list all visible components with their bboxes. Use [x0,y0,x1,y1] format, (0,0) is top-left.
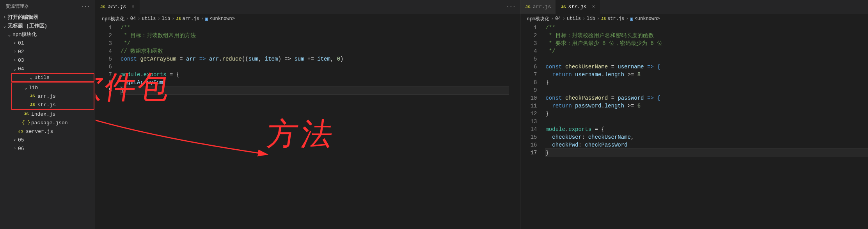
section-label: 打开的编辑器 [8,14,38,21]
explorer-sidebar: 资源管理器 ··· › 打开的编辑器 ⌄ 无标题 (工作区) ⌄ npm模块化 … [0,0,96,229]
editor-tabs: JS arr.js JS str.js × [520,0,868,14]
folder-label: 06 [18,146,24,152]
tab-arr-js[interactable]: JS arr.js [520,0,556,14]
tab-label: arr.js [108,4,126,10]
folder-label: 05 [18,137,24,143]
crumb[interactable]: arr.js [182,16,199,21]
more-actions-icon[interactable]: ··· [502,4,520,10]
crumb[interactable]: utils [142,16,156,21]
js-file-icon: JS [29,94,36,98]
file-label: package.json [31,120,68,126]
js-file-icon: JS [29,102,36,107]
crumb[interactable]: lib [587,16,595,21]
file-label: index.js [31,111,55,117]
tab-arr-js[interactable]: JS arr.js × [96,0,140,14]
chevron-right-icon: › [597,16,600,21]
chevron-right-icon: › [2,15,8,20]
code-lines[interactable]: /** * 目标：封装数组常用的方法 */ // 数组求和函数 const ge… [119,24,509,229]
js-file-icon: JS [17,129,24,134]
chevron-right-icon: › [201,16,204,21]
folder-utils[interactable]: ⌄ utils [11,73,94,82]
line-gutter: 1234567891011121314151617 [520,24,544,229]
workspace-section[interactable]: ⌄ 无标题 (工作区) [0,21,95,30]
chevron-right-icon: › [12,58,18,63]
more-actions-icon[interactable]: ··· [81,4,90,9]
file-arr-js[interactable]: JS arr.js [12,92,94,100]
chevron-right-icon: › [12,49,18,54]
section-label: 无标题 (工作区) [8,22,47,29]
json-file-icon: { } [23,120,30,125]
file-label: server.js [26,129,53,134]
folder-root[interactable]: ⌄ npm模块化 [0,30,95,39]
chevron-right-icon: › [12,41,18,45]
folder-lib[interactable]: ⌄ lib [12,83,94,92]
crumb[interactable]: 04 [130,16,136,21]
code-editor[interactable]: 123456789 /** * 目标：封装数组常用的方法 */ // 数组求和函… [96,24,520,229]
chevron-right-icon: › [551,16,554,21]
chevron-right-icon: › [12,138,18,142]
js-file-icon: JS [176,17,181,21]
file-package-json[interactable]: { } package.json [0,118,95,127]
chevron-down-icon: ⌄ [12,66,18,72]
folder-label: 03 [18,57,24,63]
folder-label: utils [34,75,50,81]
js-file-icon: JS [561,5,566,9]
folder-label: npm模块化 [12,31,37,38]
chevron-down-icon: ⌄ [6,32,12,37]
cube-icon: ▣ [205,16,208,22]
js-file-icon: JS [100,5,105,9]
js-file-icon: JS [525,5,530,9]
js-file-icon: JS [601,17,606,21]
close-icon[interactable]: × [131,4,135,10]
folder-05[interactable]: › 05 [0,136,95,144]
folder-label: lib [29,85,38,91]
file-server-js[interactable]: JS server.js [0,127,95,136]
crumb[interactable]: npm模块化 [527,16,549,22]
folder-label: 01 [18,40,24,46]
code-lines[interactable]: /** * 目标：封装校验用户名和密码长度的函数 * 要求：用户名最少 8 位，… [544,24,868,229]
breadcrumb[interactable]: npm模块化› 04› utils› lib› JS arr.js› ▣ <un… [96,14,520,24]
explorer-title: 资源管理器 [5,3,29,10]
crumb[interactable]: 04 [555,16,561,21]
chevron-right-icon: › [563,16,565,21]
crumb[interactable]: npm模块化 [102,16,124,22]
chevron-right-icon: › [582,16,585,21]
chevron-right-icon: › [126,16,129,21]
folder-01[interactable]: › 01 [0,39,95,47]
folder-04[interactable]: ⌄ 04 [0,64,95,73]
chevron-down-icon: ⌄ [23,85,29,90]
crumb[interactable]: <unknown> [209,16,235,21]
file-label: arr.js [37,93,56,99]
chevron-down-icon: ⌄ [28,75,34,80]
close-icon[interactable]: × [592,4,595,10]
minimap[interactable] [509,24,520,229]
open-editors-section[interactable]: › 打开的编辑器 [0,13,95,21]
cube-icon: ▣ [630,16,633,22]
crumb[interactable]: utils [567,16,581,21]
folder-06[interactable]: › 06 [0,144,95,153]
editor-tabs: JS arr.js × ··· [96,0,520,14]
folder-03[interactable]: › 03 [0,56,95,64]
folder-label: 02 [18,49,24,55]
breadcrumb[interactable]: npm模块化› 04› utils› lib› JS str.js› ▣ <un… [520,14,868,24]
chevron-right-icon: › [12,146,18,151]
tab-label: str.js [568,4,587,10]
file-index-js[interactable]: JS index.js [0,110,95,118]
crumb[interactable]: lib [162,16,170,21]
editor-group-2: JS arr.js JS str.js × npm模块化› 04› utils›… [520,0,868,229]
line-gutter: 123456789 [96,24,119,229]
crumb[interactable]: str.js [607,16,624,21]
crumb[interactable]: <unknown> [635,16,660,21]
folder-02[interactable]: › 02 [0,47,95,56]
chevron-right-icon: › [626,16,628,21]
code-editor[interactable]: 1234567891011121314151617 /** * 目标：封装校验用… [520,24,868,229]
tab-str-js[interactable]: JS str.js × [556,0,600,14]
file-label: str.js [37,102,56,108]
editor-group-1: JS arr.js × ··· npm模块化› 04› utils› lib› … [96,0,520,229]
tab-label: arr.js [533,4,551,10]
file-str-js[interactable]: JS str.js [12,100,94,109]
folder-label: 04 [18,66,24,72]
chevron-down-icon: ⌄ [2,23,8,29]
chevron-right-icon: › [172,16,174,21]
js-file-icon: JS [23,112,30,116]
